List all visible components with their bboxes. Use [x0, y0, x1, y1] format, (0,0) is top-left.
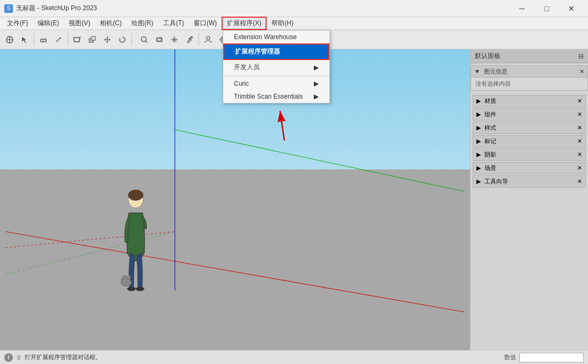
tool-move[interactable] [100, 32, 115, 47]
close-instructor-icon[interactable]: ✕ [577, 178, 582, 185]
svg-rect-12 [91, 36, 95, 40]
title-bar: S 无标题 - SketchUp Pro 2023 ─ □ ✕ [0, 0, 588, 17]
entity-info-content: 没有选择内容 [471, 78, 587, 90]
svg-point-34 [128, 190, 143, 200]
svg-line-32 [5, 232, 175, 274]
dropdown-developer[interactable]: 开发人员 ▶ [223, 60, 329, 75]
app-icon: S [4, 4, 13, 13]
svg-line-5 [56, 38, 61, 42]
tool-search[interactable] [137, 32, 152, 47]
panel-section-styles[interactable]: ▶ 样式 ✕ [473, 122, 586, 134]
panel-section-components[interactable]: ▶ 组件 ✕ [473, 108, 586, 121]
menu-bar: 文件(F) 编辑(E) 视图(V) 相机(C) 绘图(R) 工具(T) 窗口(W… [0, 17, 588, 30]
svg-point-37 [121, 279, 131, 286]
tool-push-pull[interactable] [85, 32, 100, 47]
close-styles-icon[interactable]: ✕ [577, 124, 582, 131]
close-scenes-icon[interactable]: ✕ [577, 165, 582, 172]
svg-line-6 [61, 38, 61, 39]
panel-section-scenes[interactable]: ▶ 场景 ✕ [473, 162, 586, 174]
svg-point-13 [142, 36, 146, 41]
panel-section-header-entity[interactable]: ▼ 图元信息 ✕ [471, 66, 587, 78]
menu-edit[interactable]: 编辑(E) [33, 17, 64, 29]
menu-window[interactable]: 窗口(W) [189, 17, 222, 29]
toolbar-separator-1 [34, 33, 34, 46]
close-components-icon[interactable]: ✕ [577, 111, 582, 118]
menu-file[interactable]: 文件(F) [2, 17, 33, 29]
close-section-icon[interactable]: ✕ [579, 68, 584, 75]
tool-pan[interactable] [167, 32, 182, 47]
panel-section-shadows[interactable]: ▶ 阴影 ✕ [473, 148, 586, 161]
triangle-icon: ▼ [474, 68, 480, 75]
tool-arrow[interactable] [17, 32, 32, 47]
tool-rectangle[interactable] [70, 32, 85, 47]
tool-orbit[interactable] [152, 32, 167, 47]
status-text: 打开扩展程序管理器对话框。 [25, 353, 500, 361]
title-bar-left: S 无标题 - SketchUp Pro 2023 [4, 4, 97, 13]
person-figure [121, 190, 146, 291]
svg-point-23 [207, 36, 210, 40]
svg-marker-22 [188, 36, 193, 40]
status-right: 数值 [504, 353, 584, 362]
panel-collapsed-sections: ▶ 材质 ✕ ▶ 组件 ✕ ▶ 样式 ✕ [471, 93, 588, 190]
menu-camera[interactable]: 相机(C) [95, 17, 127, 29]
dropdown-extension-warehouse[interactable]: Extension Warehouse [223, 31, 329, 43]
panel-section-entity-info: ▼ 图元信息 ✕ 没有选择内容 [471, 65, 588, 91]
dropdown-separator [223, 76, 329, 76]
minimize-button[interactable]: ─ [510, 0, 534, 17]
panel-section-tags[interactable]: ▶ 标记 ✕ [473, 135, 586, 147]
menu-extensions[interactable]: 扩展程序(X) [222, 17, 267, 30]
status-number: 0 [17, 354, 20, 361]
menu-draw[interactable]: 绘图(R) [127, 17, 158, 29]
right-panel: 默认面板 ⊟ ▼ 图元信息 ✕ 没有选择内容 ▶ 材质 [470, 49, 588, 350]
maximize-button[interactable]: □ [534, 0, 559, 17]
window-title: 无标题 - SketchUp Pro 2023 [16, 4, 97, 13]
value-input[interactable] [519, 353, 584, 362]
svg-point-35 [127, 287, 136, 291]
tool-user[interactable] [201, 32, 216, 47]
panel-collapse-icon[interactable]: ⊟ [578, 53, 584, 60]
toolbar-separator-4 [199, 33, 199, 46]
close-materials-icon[interactable]: ✕ [577, 98, 582, 105]
extensions-dropdown: Extension Warehouse 扩展程序管理器 开发人员 ▶ Curic… [223, 30, 330, 103]
close-button[interactable]: ✕ [559, 0, 584, 17]
dropdown-trimble[interactable]: Trimble Scan Essentials ▶ [223, 90, 329, 103]
panel-section-materials[interactable]: ▶ 材质 ✕ [473, 95, 586, 107]
window-controls: ─ □ ✕ [510, 0, 584, 17]
panel-title-text: 默认面板 [475, 51, 501, 61]
svg-line-31 [5, 232, 175, 248]
svg-line-10 [79, 36, 81, 38]
tool-rotate[interactable] [115, 32, 130, 47]
tool-pencil[interactable] [51, 32, 66, 47]
svg-line-39 [280, 111, 284, 140]
value-label: 数值 [504, 353, 516, 361]
svg-line-7 [56, 41, 56, 42]
toolbar-separator-2 [68, 33, 68, 46]
dropdown-curic[interactable]: Curic ▶ [223, 77, 329, 90]
panel-title: 默认面板 ⊟ [471, 49, 588, 63]
status-bar: i 0 打开扩展程序管理器对话框。 数值 [0, 350, 588, 364]
panel-section-instructor[interactable]: ▶ 工具向导 ✕ [473, 175, 586, 188]
svg-line-29 [175, 130, 465, 191]
status-info-icon: i [4, 353, 13, 362]
svg-line-28 [5, 232, 465, 312]
menu-help[interactable]: 帮助(H) [267, 17, 298, 29]
toolbar-separator-3 [131, 33, 132, 46]
close-shadows-icon[interactable]: ✕ [577, 151, 582, 158]
close-tags-icon[interactable]: ✕ [577, 138, 582, 145]
tool-select[interactable] [2, 32, 17, 47]
menu-view[interactable]: 视图(V) [64, 17, 95, 29]
tool-eraser[interactable] [36, 32, 51, 47]
svg-point-36 [136, 287, 144, 291]
svg-line-14 [146, 41, 148, 42]
tool-group-left [2, 32, 134, 47]
svg-rect-8 [74, 38, 79, 42]
menu-tools[interactable]: 工具(T) [158, 17, 189, 29]
tool-zoom[interactable] [182, 32, 197, 47]
dropdown-extension-manager[interactable]: 扩展程序管理器 [223, 43, 329, 60]
entity-info-label: ▼ 图元信息 [474, 68, 508, 76]
